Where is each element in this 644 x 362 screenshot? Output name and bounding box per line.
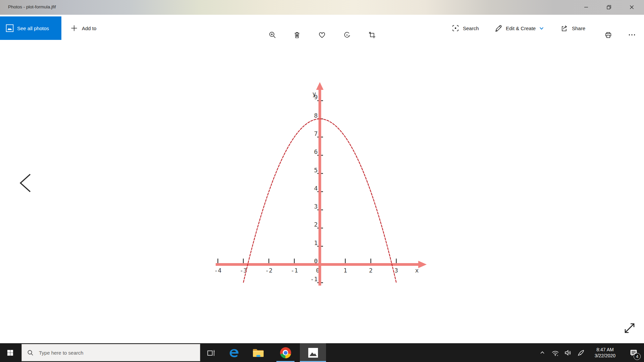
- see-more-button[interactable]: [624, 27, 640, 43]
- taskbar: Type here to search: [0, 343, 644, 362]
- taskbar-search-box[interactable]: Type here to search: [21, 344, 200, 361]
- window-title: Photos - plot-formula.jfif: [8, 4, 56, 9]
- zoom-icon: [269, 31, 276, 39]
- photos-app-button[interactable]: [300, 343, 326, 362]
- search-button[interactable]: Search: [451, 16, 479, 40]
- close-button[interactable]: [624, 0, 639, 14]
- svg-text:8: 8: [314, 112, 318, 119]
- start-button[interactable]: [0, 343, 20, 362]
- edit-create-group: Edit & Create: [492, 16, 546, 40]
- share-button[interactable]: Share: [560, 24, 585, 32]
- titlebar: Photos - plot-formula.jfif: [0, 0, 644, 15]
- edge-icon: [228, 347, 240, 358]
- hidden-icons-chevron-icon: [540, 350, 545, 355]
- pen-button[interactable]: [574, 343, 587, 362]
- edit-create-label: Edit & Create: [506, 25, 536, 31]
- screen: Photos - plot-formula.jfif See all photo…: [0, 0, 644, 362]
- fullscreen-expand-button[interactable]: [620, 318, 639, 338]
- wifi-button[interactable]: [549, 343, 561, 362]
- file-explorer-button[interactable]: [248, 343, 269, 362]
- share-icon: [560, 24, 569, 32]
- edit-create-button[interactable]: Edit & Create: [494, 24, 544, 32]
- taskbar-clock[interactable]: 8:47 AM 3/22/2020: [587, 343, 623, 362]
- svg-text:x: x: [415, 267, 419, 274]
- add-to-label: Add to: [82, 25, 96, 31]
- chevron-down-icon: [539, 26, 544, 31]
- task-view-icon: [207, 348, 215, 357]
- tray-time: 8:47 AM: [596, 347, 613, 353]
- print-button[interactable]: [600, 27, 616, 43]
- svg-text:-1: -1: [310, 276, 318, 283]
- svg-text:0: 0: [314, 257, 318, 264]
- favorite-button[interactable]: [314, 27, 330, 43]
- volume-icon: [564, 349, 572, 357]
- rotate-icon: [343, 31, 351, 39]
- volume-button[interactable]: [561, 343, 574, 362]
- zoom-button[interactable]: [264, 27, 280, 43]
- svg-text:1: 1: [343, 267, 347, 274]
- svg-text:5: 5: [314, 167, 318, 174]
- hidden-icons-button[interactable]: [536, 343, 549, 362]
- svg-text:1: 1: [314, 239, 318, 246]
- photo-plot-parabola: 0-4-3-2-1123-10123456789xy: [188, 75, 436, 297]
- search-label: Search: [463, 25, 479, 31]
- svg-text:6: 6: [314, 148, 318, 155]
- svg-text:7: 7: [314, 130, 318, 137]
- svg-text:-1: -1: [291, 267, 298, 274]
- notification-badge: 4: [634, 353, 641, 360]
- svg-text:3: 3: [394, 267, 398, 274]
- see-more-icon: [628, 31, 636, 39]
- close-icon: [629, 4, 635, 10]
- search-magnifier-icon: [27, 350, 34, 356]
- crop-icon: [368, 31, 376, 39]
- print-icon: [604, 31, 612, 39]
- maximize-restore-button[interactable]: [601, 0, 616, 14]
- task-view-button[interactable]: [201, 343, 221, 362]
- svg-text:-2: -2: [265, 267, 273, 274]
- system-tray: 8:47 AM 3/22/2020 4: [536, 343, 644, 362]
- edge-button[interactable]: [224, 343, 245, 362]
- restore-icon: [606, 4, 612, 10]
- see-all-photos-button[interactable]: See all photos: [0, 16, 61, 40]
- search-placeholder: Type here to search: [39, 350, 84, 356]
- chrome-button[interactable]: [275, 343, 296, 362]
- search-icon: [451, 24, 460, 32]
- share-group: Share: [558, 16, 587, 40]
- svg-text:3: 3: [314, 203, 318, 210]
- rotate-button[interactable]: [339, 27, 355, 43]
- share-label: Share: [572, 25, 585, 31]
- action-center-button[interactable]: 4: [623, 343, 644, 362]
- chevron-left-icon: [16, 171, 33, 195]
- svg-text:4: 4: [314, 185, 318, 192]
- delete-button[interactable]: [289, 27, 305, 43]
- photos-app-icon: [308, 348, 318, 358]
- windows-logo-icon: [7, 350, 13, 356]
- edit-create-icon: [494, 24, 502, 32]
- expand-arrows-icon: [622, 320, 637, 336]
- file-explorer-icon: [253, 348, 264, 358]
- svg-text:y: y: [312, 90, 316, 97]
- see-all-photos-label: See all photos: [17, 25, 49, 31]
- previous-photo-button[interactable]: [13, 168, 36, 198]
- commandbar: See all photos Add to: [0, 15, 644, 41]
- minimize-icon: [583, 4, 589, 10]
- add-to-button[interactable]: Add to: [66, 16, 101, 40]
- crop-button[interactable]: [364, 27, 380, 43]
- svg-text:-4: -4: [214, 267, 222, 274]
- photos-icon: [6, 24, 14, 32]
- wifi-icon: [551, 349, 559, 357]
- tray-date: 3/22/2020: [595, 353, 615, 359]
- plus-icon: [70, 24, 78, 32]
- chrome-icon: [280, 347, 291, 358]
- favorite-heart-icon: [318, 31, 326, 39]
- svg-text:2: 2: [369, 267, 373, 274]
- search-group: Search: [449, 16, 481, 40]
- minimize-button[interactable]: [578, 0, 594, 14]
- delete-icon: [293, 31, 301, 39]
- svg-text:2: 2: [314, 221, 318, 228]
- pen-icon: [577, 349, 585, 357]
